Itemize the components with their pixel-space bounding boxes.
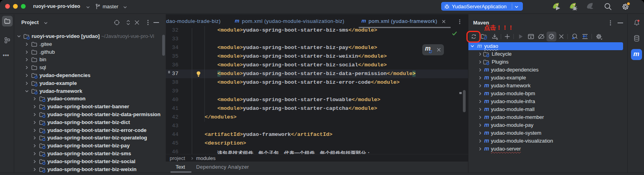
svg-text:m: m <box>361 18 366 24</box>
svg-text:m: m <box>235 18 240 24</box>
